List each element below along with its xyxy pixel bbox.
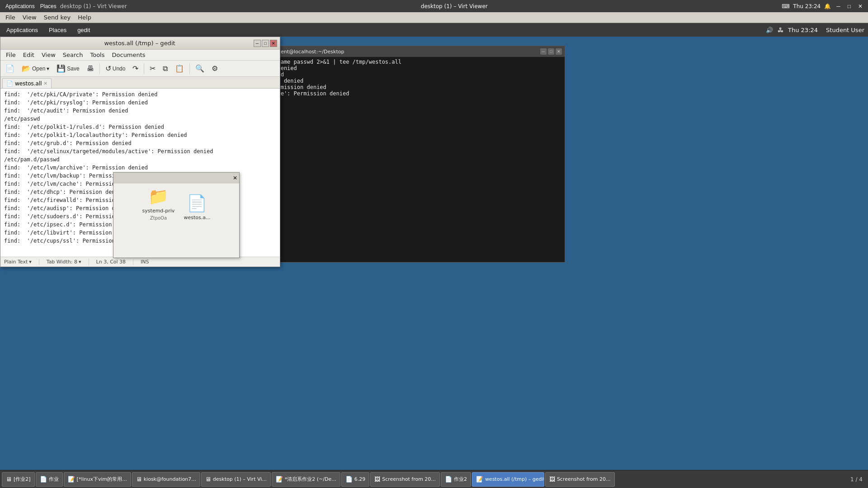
line-5: find: '/etc/polkit-1/rules.d': Permissio…	[4, 123, 276, 131]
taskbar-label-4: desktop (1) – Virt Vi...	[213, 476, 267, 482]
term-line-1: -name passwd 2>&1 | tee /tmp/westos.all	[271, 59, 561, 65]
taskbar-item-7[interactable]: 🖼 Screenshot from 20...	[370, 472, 440, 487]
tab-width-label: Tab Width: 8	[47, 259, 77, 265]
gedit-menu-search[interactable]: Search	[59, 51, 87, 59]
win-maximize-btn[interactable]: □	[846, 3, 853, 9]
save-icon: 💾	[57, 64, 66, 73]
gedit-undo-btn[interactable]: ↺ Undo	[102, 62, 129, 75]
virt-window-label: desktop (1) – Virt Viewer	[60, 3, 127, 9]
taskbar-label-2: [*linux下vim的常用...	[77, 476, 127, 483]
gedit-titlebar: westos.all (/tmp) – gedit ─ □ ✕	[0, 37, 280, 50]
term-line-2: o denied	[271, 65, 561, 71]
win-minimize-btn[interactable]: ─	[835, 3, 842, 9]
open-icon: 📂	[22, 64, 31, 73]
virt-menu-file[interactable]: File	[2, 13, 19, 22]
gnome-gedit-btn[interactable]: gedit	[75, 26, 93, 34]
taskbar-item-4[interactable]: 🖥 desktop (1) – Virt Vi...	[201, 472, 271, 487]
file-label-1: systemd-priv	[142, 208, 175, 214]
minimize-icon: 🔔	[824, 3, 831, 9]
gedit-minimize-btn[interactable]: ─	[254, 40, 261, 47]
terminal-minimize[interactable]: ─	[540, 48, 547, 55]
tab-close-icon[interactable]: ✕	[44, 81, 47, 86]
taskbar-item-10[interactable]: 🖼 Screenshot from 20...	[545, 472, 615, 487]
statusbar-plain-text[interactable]: Plain Text ▾	[4, 259, 32, 265]
gedit-copy-btn[interactable]: ⧉	[160, 62, 171, 75]
taskbar: 🖥 [作业2] 📄 作业 📝 [*linux下vim的常用... 🖥 kiosk…	[0, 470, 868, 488]
virt-menu-view[interactable]: View	[19, 13, 40, 22]
gedit-paste-btn[interactable]: 📋	[172, 62, 187, 75]
file-label-2: westos.a...	[184, 215, 210, 221]
gnome-time: Thu 23:24	[788, 27, 818, 33]
term-line-3: nied	[271, 71, 561, 78]
statusbar-tab-width[interactable]: Tab Width: 8 ▾	[47, 259, 81, 265]
virt-menubar: File View Send key Help	[0, 12, 868, 23]
file-item-1: 📁 systemd-priv ZtpoOa	[142, 187, 175, 221]
line-3: find: '/etc/audit': Permission denied	[4, 107, 276, 115]
places-menu[interactable]: Places	[38, 3, 58, 9]
taskbar-item-9[interactable]: 📝 westos.all (/tmp) – gedit	[472, 472, 544, 487]
terminal-close[interactable]: ✕	[556, 48, 562, 55]
undo-label: Undo	[113, 66, 126, 72]
gedit-save-btn[interactable]: 💾 Save	[53, 62, 82, 75]
taskbar-item-0[interactable]: 🖥 [作业2]	[2, 472, 35, 487]
taskbar-icon-7: 🖼	[374, 476, 380, 483]
taskbar-item-2[interactable]: 📝 [*linux下vim的常用...	[64, 472, 131, 487]
gedit-menu-view[interactable]: View	[38, 51, 59, 59]
filemanager-close-btn[interactable]: ✕	[233, 175, 237, 181]
virt-title-center: desktop (1) – Virt Viewer	[127, 3, 782, 9]
gedit-cut-btn[interactable]: ✂	[146, 62, 159, 75]
position-label: Ln 3, Col 38	[96, 259, 126, 265]
gedit-menu-edit[interactable]: Edit	[19, 51, 38, 59]
filemanager-popup: ✕ 📁 systemd-priv ZtpoOa 📄 westos.a...	[113, 172, 240, 258]
taskbar-icon-1: 📄	[40, 476, 47, 483]
gedit-close-btn[interactable]: ✕	[270, 40, 277, 47]
gedit-menu-tools[interactable]: Tools	[86, 51, 108, 59]
taskbar-item-5[interactable]: 📝 *清启系作业2 (~/De...	[272, 472, 340, 487]
gedit-redo-btn[interactable]: ↷	[129, 62, 142, 75]
time-display: Thu 23:24	[793, 3, 821, 9]
save-label: Save	[67, 66, 79, 72]
line-7: find: '/etc/grub.d': Permission denied	[4, 139, 276, 147]
terminal-titlebar: student@localhost:~/Desktop ─ □ ✕	[267, 46, 565, 57]
taskbar-label-8: 作业2	[454, 476, 467, 483]
gedit-print-btn[interactable]: 🖶	[84, 62, 97, 75]
terminal-maximize[interactable]: □	[548, 48, 554, 55]
virt-menu-help[interactable]: Help	[74, 13, 95, 22]
gedit-tab-westos[interactable]: 📄 westos.all ✕	[2, 78, 52, 88]
toolbar-sep-1	[99, 63, 100, 74]
taskbar-item-6[interactable]: 📄 6.29	[341, 472, 370, 487]
gedit-replace-btn[interactable]: ⚙	[208, 62, 221, 75]
gedit-find-btn[interactable]: 🔍	[192, 62, 208, 75]
terminal-title: student@localhost:~/Desktop	[270, 49, 344, 55]
filemanager-content: 📁 systemd-priv ZtpoOa 📄 westos.a...	[113, 183, 239, 224]
win-close-btn[interactable]: ✕	[856, 3, 864, 9]
virt-bar-right: ⌨ Thu 23:24 🔔 ─ □ ✕	[782, 3, 864, 9]
copy-icon: ⧉	[163, 65, 168, 73]
file-sublabel-1: ZtpoOa	[150, 216, 167, 221]
ins-label: INS	[141, 259, 149, 265]
gedit-new-btn[interactable]: 📄	[2, 62, 18, 75]
applications-menu[interactable]: Applications	[4, 3, 37, 9]
gedit-menu-file[interactable]: File	[2, 51, 19, 59]
taskbar-icon-5: 📝	[276, 476, 283, 483]
statusbar-sep-2	[89, 259, 89, 265]
term-line-5: ion denied	[271, 78, 561, 84]
gedit-toolbar: 📄 📂 Open ▾ 💾 Save 🖶 ↺ Undo ↷	[0, 61, 280, 77]
tab-icon: 📄	[6, 80, 13, 87]
taskbar-icon-8: 📄	[445, 476, 452, 483]
virt-menu-sendkey[interactable]: Send key	[40, 13, 75, 22]
taskbar-item-1[interactable]: 📄 作业	[36, 472, 63, 487]
toolbar-sep-2	[144, 63, 144, 74]
gedit-open-btn[interactable]: 📂 Open ▾	[19, 62, 52, 75]
statusbar-ins: INS	[141, 259, 149, 265]
gedit-tabs: 📄 westos.all ✕	[0, 77, 280, 89]
gnome-places-btn[interactable]: Places	[46, 26, 69, 34]
gnome-applications-btn[interactable]: Applications	[4, 26, 41, 34]
gedit-maximize-btn[interactable]: □	[262, 40, 269, 47]
taskbar-item-8[interactable]: 📄 作业2	[441, 472, 471, 487]
taskbar-icon-6: 📄	[345, 476, 353, 483]
gedit-menu-documents[interactable]: Documents	[108, 51, 149, 59]
taskbar-item-3[interactable]: 🖥 kiosk@foundation7...	[132, 472, 200, 487]
toolbar-sep-3	[189, 63, 190, 74]
gedit-title: westos.all (/tmp) – gedit	[26, 40, 254, 47]
